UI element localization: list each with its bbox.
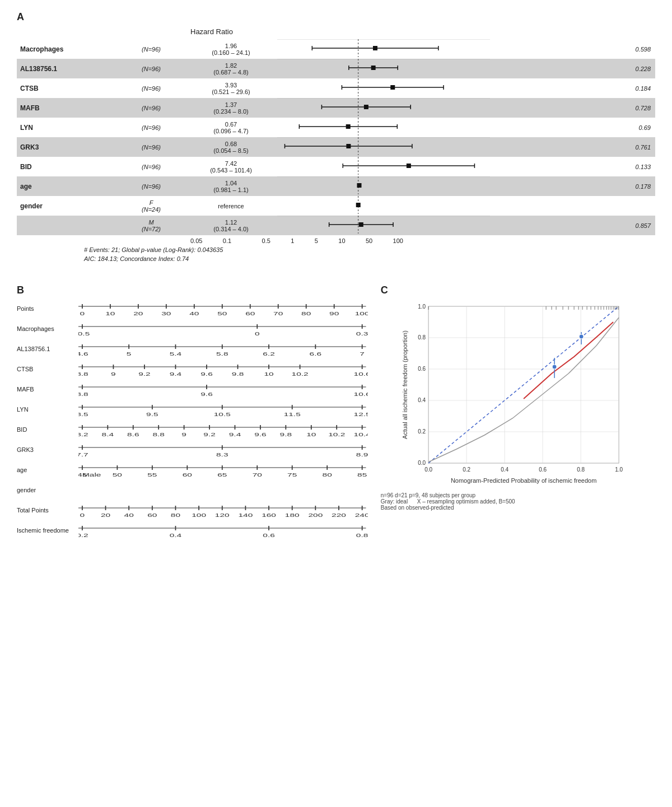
svg-text:1.0: 1.0 <box>418 304 426 310</box>
svg-text:40: 40 <box>124 512 134 518</box>
panel-c-label: C <box>381 284 655 296</box>
forest-row-pval: 0.598 <box>596 39 655 59</box>
calibration-svg: 0.0 0.2 0.4 0.6 0.8 1.0 0.0 0.2 0.4 0.6 … <box>381 301 655 491</box>
svg-text:0.4: 0.4 <box>501 467 508 473</box>
svg-text:10.6: 10.6 <box>354 371 368 377</box>
forest-row-n: (N=96) <box>118 176 185 196</box>
svg-text:85: 85 <box>357 472 367 478</box>
forest-row-ci: reference <box>185 196 277 216</box>
svg-text:8.9: 8.9 <box>356 452 368 458</box>
nom-row-scale: 0102030405060708090100 <box>78 301 368 316</box>
svg-text:160: 160 <box>262 512 276 518</box>
forest-row-svg <box>277 118 490 136</box>
svg-text:0.6: 0.6 <box>539 467 547 473</box>
forest-row-n: F (N=24) <box>118 196 185 216</box>
svg-rect-44 <box>357 183 361 188</box>
forest-row-plot <box>277 137 596 157</box>
svg-text:70: 70 <box>253 472 262 478</box>
calib-footer3: Based on observed-predicted <box>381 505 655 511</box>
calib-footer: n=96 d=21 p=9, 48 subjects per group Gra… <box>381 492 655 511</box>
svg-text:90: 90 <box>329 311 339 316</box>
forest-row-n: (N=96) <box>118 78 185 98</box>
forest-row-ci: 1.04 (0.981 – 1.1) <box>185 176 277 196</box>
forest-row-plot <box>277 59 596 78</box>
nomogram-row: gender <box>17 482 368 498</box>
svg-text:120: 120 <box>215 512 230 518</box>
svg-text:0.2: 0.2 <box>463 467 470 473</box>
svg-text:100: 100 <box>192 512 206 518</box>
calib-footer1: n=96 d=21 p=9, 48 subjects per group <box>381 492 655 498</box>
forest-row-pval <box>596 196 655 216</box>
svg-text:180: 180 <box>285 512 300 518</box>
forest-row-pval: 0.133 <box>596 157 655 176</box>
nomogram-row: Ischemic freedome0.80.60.40.2 <box>17 523 368 538</box>
svg-rect-38 <box>407 164 411 168</box>
svg-text:0: 0 <box>255 331 260 337</box>
svg-text:40: 40 <box>189 311 199 316</box>
svg-text:80: 80 <box>171 512 180 518</box>
nom-scale-svg: 455055606570758085Male <box>78 462 368 478</box>
forest-row-label: gender <box>17 196 118 216</box>
forest-row-ci: 1.12 (0.314 – 4.0) <box>185 216 277 235</box>
forest-row-n: (N=96) <box>118 59 185 78</box>
svg-text:7: 7 <box>360 351 365 357</box>
svg-text:9.6: 9.6 <box>200 371 213 377</box>
svg-text:220: 220 <box>332 512 346 518</box>
forest-row-ci: 7.42 (0.543 – 101.4) <box>185 157 277 176</box>
nom-row-label: AL138756.1 <box>17 346 78 352</box>
svg-point-234 <box>552 365 557 369</box>
nomogram-row: GRK38.98.37.7 <box>17 442 368 458</box>
svg-text:200: 200 <box>308 512 323 518</box>
nomogram-row: Macrophages-0.500.3 <box>17 321 368 337</box>
svg-text:0.8: 0.8 <box>418 334 426 340</box>
svg-text:8.8: 8.8 <box>78 391 88 397</box>
nom-row-label: Points <box>17 305 78 312</box>
forest-row-label <box>17 216 118 235</box>
nom-row-label: age <box>17 467 78 473</box>
nom-row-scale <box>78 482 368 498</box>
svg-text:100: 100 <box>355 311 368 316</box>
svg-text:0.8: 0.8 <box>356 533 368 538</box>
nom-scale-svg: 12.511.510.59.58.5 <box>78 402 368 417</box>
nom-scale-svg: 8.98.37.7 <box>78 442 368 458</box>
nom-row-scale: 8.28.48.68.899.29.49.69.81010.210.4 <box>78 422 368 437</box>
nom-row-scale: 020406080100120140160180200220240 <box>78 502 368 518</box>
panels-bc: B Points0102030405060708090100Macrophage… <box>17 284 655 543</box>
svg-rect-27 <box>346 124 351 129</box>
svg-text:-0.5: -0.5 <box>78 331 90 337</box>
forest-row-pval: 0.761 <box>596 137 655 157</box>
svg-text:0.4: 0.4 <box>418 397 426 403</box>
nom-row-label: GRK3 <box>17 446 78 453</box>
nomogram-row: age455055606570758085Male <box>17 462 368 478</box>
svg-text:5: 5 <box>127 351 132 357</box>
nom-row-label: Total Points <box>17 507 78 514</box>
svg-rect-52 <box>359 222 363 227</box>
forest-row-pval: 0.857 <box>596 216 655 235</box>
svg-text:10: 10 <box>264 371 273 377</box>
main-container: A Hazard Ratio Macrophages(N=96)1.96 (0.… <box>0 0 672 554</box>
svg-text:Male: Male <box>82 472 101 478</box>
nom-row-scale: 12.511.510.59.58.5 <box>78 402 368 417</box>
svg-text:0: 0 <box>80 512 85 518</box>
forest-row-ci: 1.82 (0.687 – 4.8) <box>185 59 277 78</box>
forest-row-n: (N=96) <box>118 157 185 176</box>
forest-row-label: LYN <box>17 118 118 137</box>
svg-text:30: 30 <box>161 311 171 316</box>
svg-text:4.6: 4.6 <box>78 351 88 357</box>
svg-text:0.0: 0.0 <box>418 460 426 466</box>
svg-text:0: 0 <box>80 311 85 316</box>
svg-text:9.6: 9.6 <box>254 432 267 437</box>
nom-row-scale: -0.500.3 <box>78 321 368 337</box>
nom-scale-svg: 0.80.60.40.2 <box>78 523 368 538</box>
forest-footer2: AIC: 184.13; Concordance Index: 0.74 <box>84 255 655 262</box>
svg-rect-46 <box>356 203 361 207</box>
nom-row-label: LYN <box>17 406 78 413</box>
forest-row-label: MAFB <box>17 98 118 118</box>
svg-text:140: 140 <box>239 512 253 518</box>
nom-row-scale: 455055606570758085Male <box>78 462 368 478</box>
forest-row-n: (N=96) <box>118 118 185 137</box>
svg-text:60: 60 <box>245 311 255 316</box>
hazard-ratio-title: Hazard Ratio <box>190 27 655 36</box>
svg-text:9.2: 9.2 <box>203 432 216 437</box>
svg-rect-5 <box>373 46 377 50</box>
